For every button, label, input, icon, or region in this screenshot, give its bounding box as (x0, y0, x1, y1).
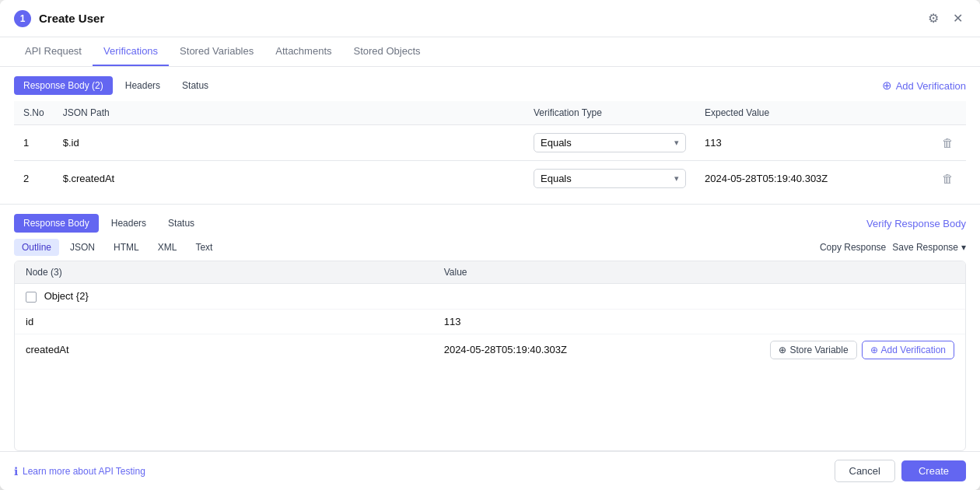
plus-circle-icon: ⊕ (870, 345, 878, 355)
close-button[interactable]: ✕ (950, 9, 966, 27)
col-action (929, 101, 966, 125)
info-icon: ℹ (14, 465, 18, 478)
tab-stored-variables[interactable]: Stored Variables (169, 37, 264, 66)
save-response-button[interactable]: Save Response ▾ (892, 242, 966, 253)
bottom-section: Response Body Headers Status Verify Resp… (0, 205, 980, 451)
row1-vertype[interactable]: Equals ▾ (524, 125, 695, 161)
row-createdat-text: 2024-05-28T05:19:40.303Z (444, 344, 567, 355)
row-object-label: Object {2} (44, 290, 89, 302)
col-jsonpath: JSON Path (54, 101, 524, 125)
verification-table: S.No JSON Path Verification Type Expecte… (14, 101, 966, 196)
response-table-wrapper: Node (3) Value Object {2} (14, 261, 966, 451)
row-createdat-value: 2024-05-28T05:19:40.303Z ⊕ Store Variabl… (433, 334, 965, 366)
outline-tab-html[interactable]: HTML (106, 239, 147, 256)
verify-response-button[interactable]: Verify Response Body (866, 218, 966, 229)
bottom-sub-tabs: Response Body Headers Status (14, 214, 204, 233)
cancel-button[interactable]: Cancel (835, 460, 895, 482)
bottom-sub-tabs-row: Response Body Headers Status Verify Resp… (14, 214, 966, 233)
tab-api-request[interactable]: API Request (14, 37, 93, 66)
sub-tab-headers[interactable]: Headers (116, 76, 170, 95)
outline-tabs: Outline JSON HTML XML Text Copy Response… (14, 239, 966, 256)
settings-button[interactable]: ⚙ (925, 9, 942, 27)
sub-tab-status[interactable]: Status (173, 76, 218, 95)
store-variable-label: Store Variable (789, 345, 848, 355)
tab-verifications[interactable]: Verifications (93, 37, 169, 66)
row2-delete-button[interactable]: 🗑 (942, 172, 954, 185)
modal-title-row: 1 Create User (14, 10, 104, 27)
outline-tabs-right: Copy Response Save Response ▾ (820, 242, 966, 253)
add-verification-row-label: Add Verification (881, 345, 946, 355)
modal-container: 1 Create User ⚙ ✕ API Request Verificati… (0, 0, 980, 490)
chevron-down-icon: ▾ (674, 173, 679, 184)
row2-vertype-select[interactable]: Equals ▾ (534, 169, 686, 188)
chevron-down-icon: ▾ (674, 138, 679, 148)
save-response-label: Save Response (892, 242, 958, 253)
modal-footer: ℹ Learn more about API Testing Cancel Cr… (0, 451, 980, 490)
row2-vertype[interactable]: Equals ▾ (524, 161, 695, 197)
row2-vertype-value: Equals (541, 173, 572, 184)
row-id-node: id (15, 309, 433, 334)
row-object: Object {2} (15, 284, 433, 310)
col-node: Node (3) (15, 261, 433, 284)
outline-tab-xml[interactable]: XML (150, 239, 185, 256)
store-icon: ⊕ (779, 345, 786, 355)
sub-tab-response-body[interactable]: Response Body (2) (14, 76, 113, 95)
top-sub-tabs: Response Body (2) Headers Status (14, 76, 218, 95)
bottom-sub-tab-headers[interactable]: Headers (102, 214, 156, 233)
col-value: Value (433, 261, 965, 284)
footer-left: ℹ Learn more about API Testing (14, 465, 145, 478)
modal-icons: ⚙ ✕ (925, 9, 966, 27)
object-icon (26, 292, 37, 303)
copy-response-button[interactable]: Copy Response (820, 242, 886, 253)
modal-header: 1 Create User ⚙ ✕ (0, 0, 980, 37)
top-sub-tabs-row: Response Body (2) Headers Status ⊕ Add V… (14, 76, 966, 95)
row2-expected: 2024-05-28T05:19:40.303Z (695, 161, 929, 197)
learn-more-link[interactable]: Learn more about API Testing (23, 466, 145, 477)
row2-jsonpath: $.createdAt (54, 161, 524, 197)
tabs-bar: API Request Verifications Stored Variabl… (0, 37, 980, 67)
row-createdat-node: createdAt (15, 334, 433, 366)
table-row: createdAt 2024-05-28T05:19:40.303Z ⊕ Sto… (15, 334, 965, 366)
plus-circle-icon: ⊕ (882, 79, 892, 93)
create-button[interactable]: Create (901, 460, 966, 481)
row1-jsonpath: $.id (54, 125, 524, 161)
bottom-sub-tab-status[interactable]: Status (159, 214, 204, 233)
row1-delete-button[interactable]: 🗑 (942, 136, 954, 149)
add-verification-top-label: Add Verification (896, 80, 966, 92)
col-sno: S.No (14, 101, 54, 125)
row2-sno: 2 (14, 161, 54, 197)
row1-vertype-select[interactable]: Equals ▾ (534, 133, 686, 152)
table-row: Object {2} (15, 284, 965, 310)
top-section: Response Body (2) Headers Status ⊕ Add V… (0, 67, 980, 205)
store-variable-button[interactable]: ⊕ Store Variable (770, 341, 856, 359)
step-badge: 1 (14, 10, 31, 27)
modal-title: Create User (39, 12, 104, 25)
response-table: Node (3) Value Object {2} (15, 261, 965, 366)
table-row: id 113 (15, 309, 965, 334)
col-expected: Expected Value (695, 101, 929, 125)
table-row: 1 $.id Equals ▾ 113 🗑 (14, 125, 966, 161)
outline-tab-json[interactable]: JSON (62, 239, 103, 256)
row1-expected: 113 (695, 125, 929, 161)
tab-attachments[interactable]: Attachments (264, 37, 342, 66)
footer-right: Cancel Create (835, 460, 967, 482)
chevron-down-icon: ▾ (961, 242, 966, 253)
add-verification-top-button[interactable]: ⊕ Add Verification (882, 79, 966, 93)
outline-tab-text[interactable]: Text (187, 239, 220, 256)
outline-tab-outline[interactable]: Outline (14, 239, 59, 256)
table-row: 2 $.createdAt Equals ▾ 2024-05-28T05:19:… (14, 161, 966, 197)
modal-body: Response Body (2) Headers Status ⊕ Add V… (0, 67, 980, 451)
row2-action: 🗑 (929, 161, 966, 197)
row-object-value (433, 284, 965, 310)
row1-action: 🗑 (929, 125, 966, 161)
row-id-value: 113 (433, 309, 965, 334)
row1-sno: 1 (14, 125, 54, 161)
col-vertype: Verification Type (524, 101, 695, 125)
add-verification-row-button[interactable]: ⊕ Add Verification (862, 341, 954, 359)
bottom-sub-tab-response-body[interactable]: Response Body (14, 214, 99, 233)
tab-stored-objects[interactable]: Stored Objects (343, 37, 432, 66)
row1-vertype-value: Equals (541, 137, 572, 149)
outline-tabs-left: Outline JSON HTML XML Text (14, 239, 220, 256)
row-createdat-actions: ⊕ Store Variable ⊕ Add Verification (770, 341, 954, 359)
